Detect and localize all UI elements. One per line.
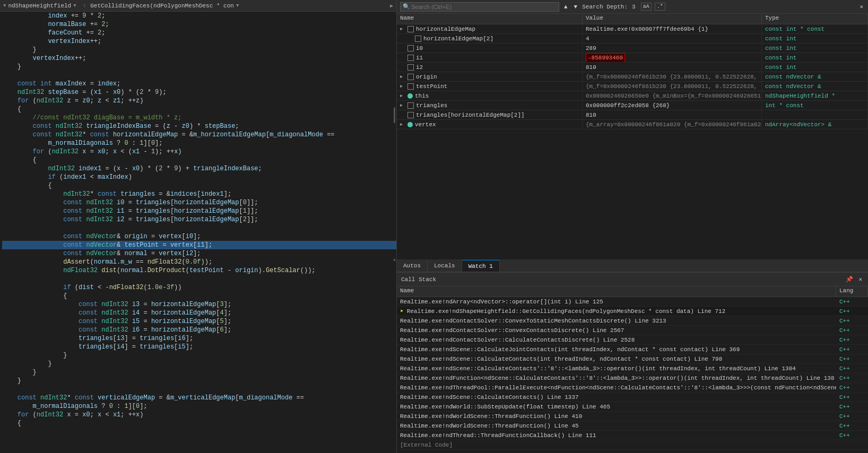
cs-lang-cell: C++: [836, 431, 868, 440]
code-panel: ▼ ndShapeHeightfield ▼ ↑ GetCollidingFac…: [0, 0, 397, 453]
watch-row[interactable]: ▶ i0 289 const int: [397, 43, 868, 53]
tab-watch1[interactable]: Watch 1: [462, 260, 500, 272]
dropdown-arrow-right[interactable]: ▼: [73, 3, 76, 8]
expand-icon[interactable]: ▶: [400, 92, 405, 100]
variable-value: {m_array=0x00000246f861a020 {m_f=0x00000…: [586, 120, 762, 129]
tab-locals[interactable]: Locals: [428, 260, 462, 272]
cs-name-cell: [External Code]: [397, 440, 836, 449]
callstack-title: Call Stack: [401, 276, 436, 283]
match-case-btn[interactable]: aA: [641, 3, 652, 11]
search-box[interactable]: 🔍: [400, 2, 559, 12]
code-line: {: [2, 156, 396, 164]
variable-type: const int: [765, 44, 796, 53]
watch-name-cell: ▶ testPoint: [397, 82, 583, 91]
callstack-row[interactable]: Realtime.exe!ndContactSolver::CalculateC…: [397, 335, 868, 345]
callstack-row[interactable]: Realtime.exe!ndScene::CalculateContacts(…: [397, 393, 868, 402]
callstack-row[interactable]: Realtime.exe!ndWorldScene::ThreadFunctio…: [397, 421, 868, 431]
watch-type-cell: ndArray<ndVector> &: [762, 120, 868, 129]
dropdown-arrow-fn[interactable]: ▼: [236, 3, 239, 8]
code-line: {: [2, 105, 396, 114]
callstack-row[interactable]: Realtime.exe!ndWorldScene::ThreadFunctio…: [397, 412, 868, 421]
expand-icon[interactable]: ▶: [400, 101, 405, 110]
callstack-row[interactable]: Realtime.exe!ndThreadPool::ParallelExecu…: [397, 383, 868, 393]
watch-name-cell: ▶ i0: [397, 43, 583, 53]
watch-row[interactable]: ▶ testPoint {m_f=0x00000246f861b230 {23.…: [397, 82, 868, 91]
expand-icon[interactable]: ▶: [400, 120, 405, 129]
cs-name-cell: Realtime.exe!ndArray<ndVector>::operator…: [397, 297, 836, 306]
cs-row-name: Realtime.exe!ndScene::CalculateContacts(…: [400, 393, 579, 402]
watch-row[interactable]: ▶ i2 810 const int: [397, 63, 868, 72]
cs-lang-cell: C++: [836, 421, 868, 430]
code-line: m_normalDiagonals ? 0 : 1][0];: [2, 139, 396, 147]
search-input[interactable]: [411, 4, 496, 10]
code-line: if (dist < -ndFloat32(1.0e-3f)): [2, 283, 396, 292]
code-line: const ndInt32 i6 = horizontalEdgeMap[6];: [2, 326, 396, 334]
cs-col-lang: Lang: [836, 286, 868, 297]
callstack-row[interactable]: Realtime.exe!ndArray<ndVector>::operator…: [397, 297, 868, 307]
watch-value-cell: {m_array=0x00000246f861a020 {m_f=0x00000…: [583, 120, 762, 129]
code-line: const ndInt32 i3 = horizontalEdgeMap[3];: [2, 300, 396, 309]
expand-icon[interactable]: ▶: [400, 73, 405, 81]
code-line: }: [2, 368, 396, 377]
callstack-row[interactable]: Realtime.exe!ndScene::CalculateJointCont…: [397, 345, 868, 354]
expand-icon[interactable]: ▶: [400, 82, 405, 91]
variable-type: ndShapeHeightfield *: [765, 92, 835, 100]
callstack-pin-btn[interactable]: 📌: [844, 275, 855, 283]
cs-row-name: Realtime.exe!ndContactSolver::CalculateC…: [400, 336, 635, 344]
tab-autos[interactable]: Autos: [397, 260, 428, 272]
search-down-btn[interactable]: ▼: [572, 3, 579, 11]
callstack-row[interactable]: Realtime.exe!ndScene::CalculateContacts'…: [397, 364, 868, 373]
scrollbar-indicator[interactable]: [394, 107, 395, 123]
variable-icon: [407, 64, 414, 71]
cs-row-name: Realtime.exe!ndArray<ndVector>::operator…: [400, 298, 603, 306]
watch-row[interactable]: ▶ triangles[horizontalEdgeMap[2]] 810: [397, 110, 868, 120]
cs-name-cell: Realtime.exe!ndScene::CalculateContacts(…: [397, 393, 836, 402]
function-name: GetCollidingFaces(ndPolygonMeshDesc * co…: [90, 3, 234, 9]
code-line: const ndVector& normal = vertex[i2];: [2, 249, 396, 258]
file-tab[interactable]: ndShapeHeightfield: [8, 3, 71, 9]
callstack-row[interactable]: [External Code]: [397, 440, 868, 450]
callstack-row[interactable]: Realtime.exe!ndContactSolver::ConvexCont…: [397, 326, 868, 335]
watch-name-cell: ▶ this: [397, 91, 583, 100]
watch-type-cell: int * const: [762, 101, 868, 110]
code-line: [2, 275, 396, 283]
watch-row[interactable]: ▶ horizontalEdgeMap Realtime.exe!0x00007…: [397, 24, 868, 34]
variable-value: 289: [586, 44, 596, 53]
cs-lang-cell: C++: [836, 354, 868, 363]
variable-type: const int: [765, 63, 796, 72]
dropdown-arrow-left[interactable]: ▼: [3, 3, 6, 8]
variable-type: const int * const: [765, 25, 824, 33]
search-up-btn[interactable]: ▲: [562, 3, 569, 11]
callstack-row-current[interactable]: ➤ Realtime.exe!ndShapeHeightfield::GetCo…: [397, 307, 868, 316]
cs-lang-cell: C++: [836, 383, 868, 392]
cs-row-name: Realtime.exe!ndScene::CalculateContacts(…: [400, 355, 722, 363]
code-line: }: [2, 63, 396, 71]
variable-value: {m_f=0x00000246f861b230 {23.8000011, 0.5…: [586, 73, 762, 81]
code-line: for (ndInt32 x = x0; x < (x1 - 1); ++x): [2, 147, 396, 156]
variable-type: ndArray<ndVector> &: [765, 120, 831, 129]
callstack-close-btn[interactable]: ✕: [857, 275, 864, 283]
close-search-btn[interactable]: ✕: [858, 3, 865, 11]
code-line: const ndInt32 i2 = triangles[horizontalE…: [2, 215, 396, 224]
callstack-row[interactable]: Realtime.exe!ndFunction<ndScene::Calcula…: [397, 373, 868, 383]
callstack-row[interactable]: Realtime.exe!ndScene::CalculateContacts(…: [397, 354, 868, 364]
callstack-row[interactable]: Realtime.exe!ndWorld::SubStepUpdate(floa…: [397, 402, 868, 412]
code-line: const ndInt32 i4 = horizontalEdgeMap[4];: [2, 309, 396, 317]
variable-name: i0: [416, 44, 423, 53]
expand-icon[interactable]: ▶: [400, 25, 405, 33]
variable-icon: [407, 74, 414, 80]
callstack-row[interactable]: Realtime.exe!ndContactSolver::ConvexToSt…: [397, 316, 868, 326]
watch-row[interactable]: ▶ vertex {m_array=0x00000246f861a020 {m_…: [397, 120, 868, 129]
code-line: if (index1 < maxIndex): [2, 173, 396, 181]
watch-row[interactable]: ▶ horizontalEdgeMap[2] 4 const int: [397, 34, 868, 43]
watch-row[interactable]: ▶ triangles 0x000000ff2c2ed058 {268} int…: [397, 101, 868, 110]
watch-row[interactable]: ▶ i1 -858993460 const int: [397, 53, 868, 63]
variable-value: 810: [586, 63, 596, 72]
regex-btn[interactable]: .*: [655, 3, 665, 11]
cs-row-name: Realtime.exe!ndWorldScene::ThreadFunctio…: [400, 422, 579, 430]
cs-lang-cell: C++: [836, 307, 868, 316]
watch-row[interactable]: ▶ origin {m_f=0x00000246f861b230 {23.800…: [397, 72, 868, 82]
callstack-row[interactable]: Realtime.exe!ndThread::ThreadFunctionCal…: [397, 431, 868, 440]
watch-row[interactable]: ▶ this 0x00000246926650e0 {m_minBox={m_f…: [397, 91, 868, 101]
watch-toolbar: 🔍 ▲ ▼ Search Depth: 3 aA .* ✕: [397, 0, 868, 14]
